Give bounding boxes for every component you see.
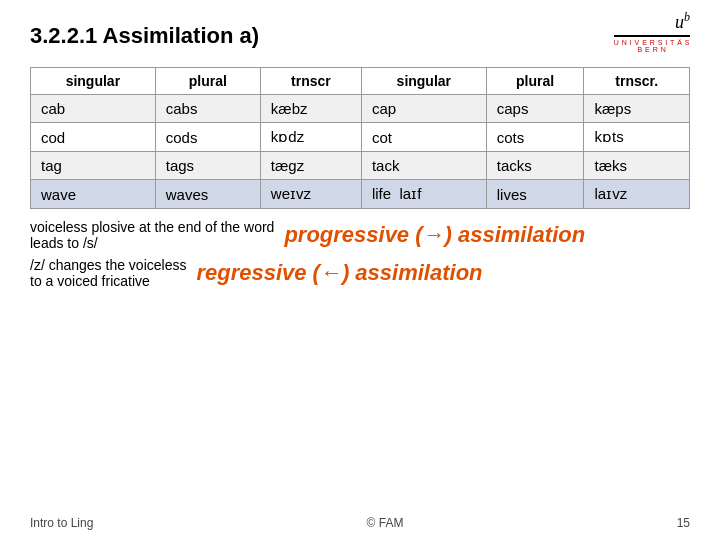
- regressive-line2: to a voiced fricative: [30, 273, 186, 289]
- table-row: cabcabskæbzcapcapskæps: [31, 95, 690, 123]
- logo-area: ub U N I V E R S I T Ä SB E R N: [614, 10, 690, 53]
- header-trnscr2: trnscr.: [584, 68, 690, 95]
- table-body: cabcabskæbzcapcapskæpscodcodskɒdzcotcots…: [31, 95, 690, 209]
- footer-center: © FAM: [367, 516, 404, 530]
- cell-singular2: life laɪf: [361, 180, 486, 209]
- logo-u: u: [675, 12, 684, 32]
- progressive-line2: leads to /s/: [30, 235, 274, 251]
- progressive-label: progressive (→) assimilation: [284, 222, 585, 248]
- bottom-section: voiceless plosive at the end of the word…: [30, 219, 690, 289]
- cell-plural1: cabs: [155, 95, 260, 123]
- cell-trnscr1: weɪvz: [260, 180, 361, 209]
- logo-text: U N I V E R S I T Ä SB E R N: [614, 39, 690, 53]
- cell-plural2: cots: [486, 123, 584, 152]
- regressive-label: regressive (←) assimilation: [196, 260, 482, 286]
- footer-right: 15: [677, 516, 690, 530]
- header-singular1: singular: [31, 68, 156, 95]
- cell-trnscr2: kæps: [584, 95, 690, 123]
- cell-plural1: tags: [155, 152, 260, 180]
- progressive-line1: voiceless plosive at the end of the word: [30, 219, 274, 235]
- cell-plural2: tacks: [486, 152, 584, 180]
- progressive-block: voiceless plosive at the end of the word…: [30, 219, 690, 251]
- table-row: tagtagstægztacktackstæks: [31, 152, 690, 180]
- cell-singular1: cod: [31, 123, 156, 152]
- footer: Intro to Ling © FAM 15: [30, 516, 690, 530]
- cell-trnscr2: kɒts: [584, 123, 690, 152]
- cell-trnscr2: laɪvz: [584, 180, 690, 209]
- cell-plural2: lives: [486, 180, 584, 209]
- regressive-line1: /z/ changes the voiceless: [30, 257, 186, 273]
- cell-trnscr1: kæbz: [260, 95, 361, 123]
- table-header-row: singular plural trnscr singular plural t…: [31, 68, 690, 95]
- cell-plural1: cods: [155, 123, 260, 152]
- footer-left: Intro to Ling: [30, 516, 93, 530]
- header-singular2: singular: [361, 68, 486, 95]
- cell-singular1: wave: [31, 180, 156, 209]
- cell-singular2: tack: [361, 152, 486, 180]
- logo-formula: ub: [614, 10, 690, 33]
- page-title: 3.2.2.1 Assimilation a): [30, 23, 690, 49]
- cell-plural2: caps: [486, 95, 584, 123]
- header-plural2: plural: [486, 68, 584, 95]
- regressive-text-block: /z/ changes the voiceless to a voiced fr…: [30, 257, 186, 289]
- regressive-line-wrap: /z/ changes the voiceless to a voiced fr…: [30, 257, 690, 289]
- header-trnscr1: trnscr: [260, 68, 361, 95]
- cell-trnscr2: tæks: [584, 152, 690, 180]
- regressive-block: /z/ changes the voiceless to a voiced fr…: [30, 257, 690, 289]
- logo-sup: b: [684, 10, 690, 24]
- main-table: singular plural trnscr singular plural t…: [30, 67, 690, 209]
- table-row: wavewavesweɪvzlife laɪfliveslaɪvz: [31, 180, 690, 209]
- logo-line: [614, 35, 690, 37]
- cell-singular2: cot: [361, 123, 486, 152]
- header-plural1: plural: [155, 68, 260, 95]
- cell-singular1: tag: [31, 152, 156, 180]
- cell-singular2: cap: [361, 95, 486, 123]
- table-row: codcodskɒdzcotcotskɒts: [31, 123, 690, 152]
- progressive-text-block: voiceless plosive at the end of the word…: [30, 219, 274, 251]
- page: ub U N I V E R S I T Ä SB E R N 3.2.2.1 …: [0, 0, 720, 540]
- cell-singular1: cab: [31, 95, 156, 123]
- cell-trnscr1: kɒdz: [260, 123, 361, 152]
- cell-trnscr1: tægz: [260, 152, 361, 180]
- cell-plural1: waves: [155, 180, 260, 209]
